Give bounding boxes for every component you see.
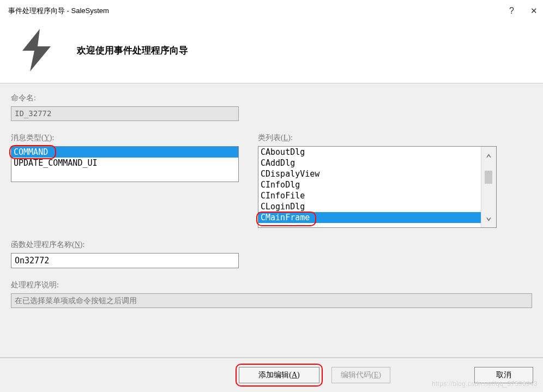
edit-code-button: 编辑代码(E): [331, 367, 390, 383]
watermark: https://blog.csdn.net/qq_37596943: [432, 380, 538, 388]
message-type-label: 消息类型(Y):: [11, 133, 239, 143]
list-item[interactable]: COMMAND: [11, 147, 238, 158]
scroll-thumb[interactable]: [485, 171, 492, 184]
scrollbar[interactable]: ⌃ ⌄: [481, 147, 496, 227]
message-type-col: 消息类型(Y): COMMAND UPDATE_COMMAND_UI: [11, 133, 239, 228]
handler-desc-section: 处理程序说明: 在已选择菜单项或命令按钮之后调用: [11, 280, 532, 308]
titlebar: 事件处理程序向导 - SaleSystem ? ✕: [0, 0, 543, 22]
help-icon[interactable]: ?: [509, 6, 514, 16]
class-list-listbox[interactable]: CAboutDlg CAddDlg CDispalyView CInfoDlg …: [258, 146, 497, 228]
wizard-bolt-icon: [14, 28, 61, 72]
header-panel: 欢迎使用事件处理程序向导: [0, 22, 543, 83]
list-item[interactable]: CDispalyView: [258, 168, 496, 179]
list-item[interactable]: CInfoDlg: [258, 179, 496, 190]
window-controls: ? ✕: [509, 6, 538, 16]
class-list-col: 类列表(L): CAboutDlg CAddDlg CDispalyView C…: [258, 133, 497, 228]
command-name-field: ID_32772: [11, 106, 239, 121]
list-item[interactable]: UPDATE_COMMAND_UI: [11, 158, 238, 168]
class-list-label: 类列表(L):: [258, 133, 497, 143]
handler-desc-field: 在已选择菜单项或命令按钮之后调用: [11, 293, 532, 308]
add-edit-button[interactable]: 添加编辑(A): [239, 367, 319, 383]
middle-columns: 消息类型(Y): COMMAND UPDATE_COMMAND_UI 类列表(L…: [11, 133, 532, 228]
list-item[interactable]: CAboutDlg: [258, 147, 496, 158]
scroll-up-icon[interactable]: ⌃: [486, 152, 492, 164]
handler-name-label: 函数处理程序名称(N):: [11, 240, 532, 250]
list-item[interactable]: CAddDlg: [258, 158, 496, 168]
handler-desc-label: 处理程序说明:: [11, 280, 532, 290]
command-name-label: 命令名:: [11, 93, 532, 103]
wizard-content: 命令名: ID_32772 消息类型(Y): COMMAND UPDATE_CO…: [0, 83, 543, 319]
svg-marker-0: [22, 29, 51, 71]
list-item[interactable]: CMainFrame: [258, 212, 481, 223]
close-icon[interactable]: ✕: [530, 6, 538, 16]
handler-name-input[interactable]: [11, 253, 239, 268]
scroll-down-icon[interactable]: ⌄: [486, 210, 492, 222]
handler-name-section: 函数处理程序名称(N):: [11, 240, 532, 268]
list-item[interactable]: CInfoFile: [258, 190, 496, 201]
list-item[interactable]: CLoginDlg: [258, 201, 496, 212]
wizard-title: 欢迎使用事件处理程序向导: [77, 44, 188, 57]
message-type-listbox[interactable]: COMMAND UPDATE_COMMAND_UI: [11, 146, 239, 182]
window-title: 事件处理程序向导 - SaleSystem: [8, 6, 109, 16]
